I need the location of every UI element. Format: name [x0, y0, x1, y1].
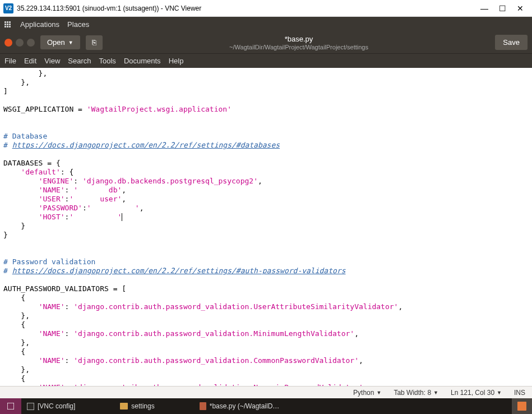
open-button[interactable]: Open ▼: [40, 35, 80, 49]
menu-help[interactable]: Help: [169, 57, 184, 65]
window-minimize-button[interactable]: [16, 39, 24, 47]
taskbar-item-vnc-config[interactable]: [VNC config]: [21, 398, 81, 414]
language-selector[interactable]: Python ▼: [353, 389, 381, 397]
menu-documents[interactable]: Documents: [124, 57, 161, 65]
chevron-down-icon: ▼: [497, 390, 502, 395]
show-desktop-button[interactable]: [0, 398, 21, 414]
taskbar-item-basepy[interactable]: *base.py (~/WagtailD…: [194, 398, 285, 414]
svg-rect-0: [7, 403, 14, 410]
menu-search[interactable]: Search: [68, 57, 91, 65]
places-menu[interactable]: Places: [67, 20, 89, 29]
gedit-menubar: File Edit View Search Tools Documents He…: [0, 54, 532, 68]
chevron-down-icon: ▼: [68, 40, 73, 45]
text-cursor: [122, 213, 122, 221]
apps-grid-icon[interactable]: [4, 21, 12, 27]
insert-mode-indicator[interactable]: INS: [514, 389, 525, 397]
tab-width-selector[interactable]: Tab Width: 8 ▼: [394, 389, 438, 397]
close-button[interactable]: ✕: [516, 4, 524, 13]
save-button[interactable]: Save: [495, 35, 528, 50]
cursor-position: Ln 121, Col 30 ▼: [451, 389, 502, 397]
menu-file[interactable]: File: [4, 57, 16, 65]
taskbar-item-active[interactable]: [512, 398, 532, 414]
chevron-down-icon: ▼: [376, 390, 381, 395]
minimize-button[interactable]: —: [480, 4, 488, 13]
vnc-window-title: 35.229.134.113:5901 (sinuod-vm:1 (sutsag…: [17, 4, 480, 12]
taskbar-item-settings[interactable]: settings: [114, 398, 160, 414]
document-icon: [200, 402, 206, 410]
document-path: ~/WagtailDir/WagtailProject/WagtailProje…: [108, 44, 490, 51]
document-title: *base.py: [108, 35, 490, 44]
new-document-icon: ⎘: [92, 38, 96, 47]
window-icon: [27, 403, 34, 410]
menu-edit[interactable]: Edit: [24, 57, 36, 65]
status-bar: Python ▼ Tab Width: 8 ▼ Ln 121, Col 30 ▼…: [0, 386, 532, 398]
gnome-topbar: Applications Places: [0, 17, 532, 31]
code-editor[interactable]: }, }, ] WSGI_APPLICATION = 'WagtailProje…: [0, 68, 532, 386]
menu-view[interactable]: View: [44, 57, 60, 65]
open-button-label: Open: [47, 38, 65, 47]
vnc-titlebar: V2 35.229.134.113:5901 (sinuod-vm:1 (sut…: [0, 0, 532, 17]
menu-tools[interactable]: Tools: [99, 57, 116, 65]
new-document-button[interactable]: ⎘: [86, 35, 103, 50]
applications-menu[interactable]: Applications: [20, 20, 59, 29]
chevron-down-icon: ▼: [433, 390, 438, 395]
window-maximize-button[interactable]: [27, 39, 35, 47]
gedit-toolbar: Open ▼ ⎘ *base.py ~/WagtailDir/WagtailPr…: [0, 31, 532, 54]
vnc-app-icon: V2: [3, 3, 13, 13]
maximize-button[interactable]: ☐: [498, 4, 506, 13]
notepad-icon: [517, 402, 526, 411]
window-close-button[interactable]: [4, 39, 12, 47]
folder-icon: [120, 403, 128, 410]
gnome-taskbar: [VNC config] settings *base.py (~/Wagtai…: [0, 398, 532, 414]
